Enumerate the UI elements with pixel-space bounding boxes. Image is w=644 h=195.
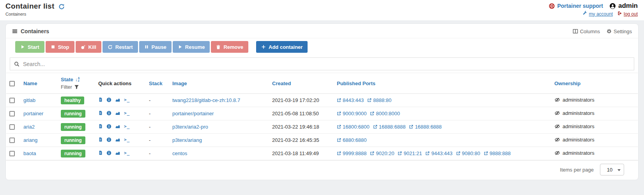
stack-cell: - <box>146 94 169 107</box>
published-port-link[interactable]: 6880:6880 <box>337 137 366 143</box>
column-header-created[interactable]: Created <box>269 73 334 94</box>
inspect-icon[interactable] <box>106 124 111 129</box>
settings-button[interactable]: Settings <box>606 29 632 34</box>
my-account-label: my account <box>589 11 613 17</box>
console-icon[interactable]: >_ <box>124 150 130 156</box>
items-per-page-label: Items per page <box>560 167 594 173</box>
column-header-name[interactable]: Name <box>20 73 58 94</box>
published-port-link[interactable]: 16800:6800 <box>337 124 370 130</box>
inspect-icon[interactable] <box>106 150 111 156</box>
external-link-icon <box>337 111 341 116</box>
resume-button[interactable]: Resume <box>173 41 210 53</box>
column-header-state: State ↓AZ Filter <box>58 73 95 94</box>
top-bar: Container list Containers Portainer supp… <box>0 0 644 20</box>
published-port-link[interactable]: 8000:8000 <box>370 111 400 116</box>
logs-icon[interactable] <box>98 123 103 129</box>
published-port-link[interactable]: 8888:80 <box>367 97 391 103</box>
logs-icon[interactable] <box>98 110 103 116</box>
published-port-link[interactable]: 9999:8888 <box>337 150 366 156</box>
start-button[interactable]: Start <box>15 41 44 53</box>
pause-button[interactable]: Pause <box>139 41 172 53</box>
logs-icon[interactable] <box>98 137 103 142</box>
published-port-link[interactable]: 9000:9000 <box>337 111 366 116</box>
container-name-link[interactable]: ariang <box>23 137 37 143</box>
published-port-link[interactable]: 9020:20 <box>370 150 394 156</box>
containers-icon <box>12 29 18 34</box>
logs-icon[interactable] <box>98 97 103 102</box>
eye-slash-icon <box>554 111 560 116</box>
inspect-icon[interactable] <box>106 97 111 102</box>
row-checkbox[interactable] <box>9 151 15 156</box>
log-out-icon <box>617 11 622 17</box>
image-link[interactable]: twang2218/gitlab-ce-zh:10.8.7 <box>172 97 240 103</box>
add-container-button[interactable]: Add container <box>256 41 308 53</box>
quick-actions: >_ <box>98 137 130 142</box>
published-ports-cell: 9999:88889020:209021:219443:4439080:8098… <box>334 147 551 160</box>
stop-button[interactable]: Stop <box>46 41 74 53</box>
plus-icon <box>261 45 266 49</box>
published-port-link[interactable]: 9443:443 <box>425 150 452 156</box>
search-bar <box>10 57 634 70</box>
items-per-page-select[interactable]: 10 <box>600 164 624 175</box>
bomb-icon <box>81 45 86 50</box>
refresh-icon[interactable] <box>58 4 65 10</box>
search-input[interactable] <box>23 61 630 67</box>
widget-title: Containers <box>21 28 49 34</box>
columns-label: Columns <box>580 29 600 34</box>
restart-icon <box>108 45 113 50</box>
column-header-ownership[interactable]: Ownership <box>551 73 638 94</box>
container-name-link[interactable]: portainer <box>23 111 43 116</box>
container-name-link[interactable]: baota <box>23 150 36 156</box>
log-out-link[interactable]: log out <box>617 11 638 17</box>
stats-icon[interactable] <box>115 97 120 102</box>
logs-icon[interactable] <box>98 150 103 156</box>
column-header-published-ports[interactable]: Published Ports <box>334 73 551 94</box>
container-name-link[interactable]: gitlab <box>23 97 35 103</box>
published-port-link[interactable]: 8443:443 <box>337 97 364 103</box>
stats-icon[interactable] <box>115 150 120 156</box>
kill-button[interactable]: Kill <box>76 41 101 53</box>
created-cell: 2021-03-18 11:49:49 <box>269 147 334 160</box>
published-port-link[interactable]: 16888:6888 <box>409 124 442 130</box>
trash-icon <box>216 45 221 50</box>
state-header-label[interactable]: State <box>61 77 73 82</box>
items-per-page-value: 10 <box>607 167 612 173</box>
table-row: aria2running>_-p3terx/aria2-pro2021-03-2… <box>6 120 638 134</box>
state-filter[interactable]: Filter <box>61 84 92 90</box>
row-checkbox[interactable] <box>9 138 15 143</box>
console-icon[interactable]: >_ <box>124 137 130 142</box>
pause-icon <box>144 45 149 49</box>
published-port-link[interactable]: 9888:888 <box>484 150 511 156</box>
image-link[interactable]: p3terx/ariang <box>172 137 202 143</box>
published-port-link[interactable]: 9080:80 <box>456 150 480 156</box>
remove-button[interactable]: Remove <box>211 41 248 53</box>
row-checkbox[interactable] <box>9 124 15 130</box>
stats-icon[interactable] <box>115 124 120 129</box>
row-checkbox[interactable] <box>9 98 15 103</box>
image-link[interactable]: p3terx/aria2-pro <box>172 124 208 130</box>
column-header-stack[interactable]: Stack <box>146 73 169 94</box>
published-port-link[interactable]: 16888:6888 <box>373 124 406 130</box>
my-account-link[interactable]: my account <box>583 11 613 17</box>
published-port-link[interactable]: 9021:21 <box>398 150 422 156</box>
console-icon[interactable]: >_ <box>124 97 130 102</box>
portainer-support-link[interactable]: Portainer support <box>549 3 603 9</box>
row-checkbox[interactable] <box>9 111 15 116</box>
console-icon[interactable]: >_ <box>124 111 130 116</box>
columns-button[interactable]: Columns <box>573 29 600 34</box>
user-menu[interactable]: admin <box>609 2 638 10</box>
select-all-checkbox[interactable] <box>9 81 15 86</box>
container-name-link[interactable]: aria2 <box>23 124 35 130</box>
inspect-icon[interactable] <box>106 137 111 142</box>
table-row: portainerrunning>_-portainer/portainer20… <box>6 107 638 120</box>
sort-alpha-down-icon[interactable]: ↓AZ <box>75 77 80 82</box>
stats-icon[interactable] <box>115 137 120 142</box>
inspect-icon[interactable] <box>106 111 111 116</box>
image-link[interactable]: centos <box>172 150 187 156</box>
column-header-image[interactable]: Image <box>169 73 269 94</box>
stats-icon[interactable] <box>115 111 120 116</box>
restart-button[interactable]: Restart <box>103 41 138 53</box>
life-ring-icon <box>549 3 555 9</box>
image-link[interactable]: portainer/portainer <box>172 111 214 116</box>
console-icon[interactable]: >_ <box>124 124 130 129</box>
